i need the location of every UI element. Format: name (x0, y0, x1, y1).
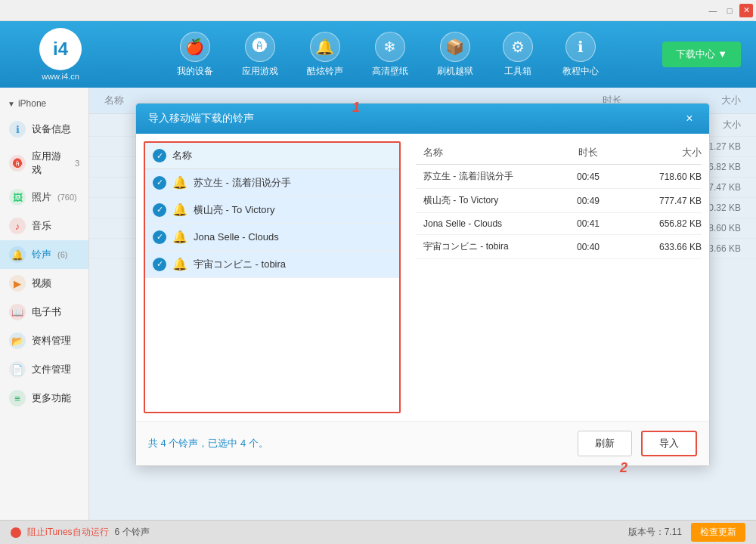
close-button[interactable]: ✕ (739, 4, 753, 17)
nav-label-wallpapers: 高清壁纸 (372, 65, 408, 78)
sidebar-label-ringtones: 铃声 (32, 248, 51, 261)
sidebar-item-video[interactable]: ▶ 视频 (0, 269, 88, 298)
sidebar-icon-file-mgr: 📄 (9, 361, 26, 378)
status-left: 阻止iTunes自动运行 6 个铃声 (11, 526, 150, 539)
sidebar-icon-video: ▶ (9, 275, 26, 292)
import-row-name: 宇宙コンビニ - tobira (194, 258, 286, 271)
sidebar-icon-more: ≡ (9, 390, 26, 406)
right-cell-name: 宇宙コンビニ - tobira (416, 240, 550, 253)
right-row[interactable]: 苏立生 - 流着泪说分手 00:45 718.60 KB (416, 165, 702, 189)
dialog-title: 导入移动端下载的铃声 (148, 112, 254, 125)
right-row[interactable]: 横山亮 - To Victory 00:49 777.47 KB (416, 189, 702, 213)
iphone-label: iPhone (18, 98, 46, 109)
refresh-button[interactable]: 刷新 (578, 431, 632, 456)
nav-item-tools[interactable]: ⚙ 工具箱 (491, 26, 544, 84)
right-row[interactable]: Jona Selle - Clouds 00:41 656.82 KB (416, 213, 702, 235)
right-cell-duration: 00:40 (550, 242, 626, 252)
iphone-header[interactable]: ▼ iPhone (0, 94, 88, 113)
sidebar-item-ebooks[interactable]: 📖 电子书 (0, 298, 88, 326)
nav-item-apps-games[interactable]: 🅐 应用游戏 (231, 26, 289, 84)
r-col-header-name: 名称 (416, 146, 550, 159)
sidebar-label-photos: 照片 (32, 190, 51, 204)
logo-subtitle: www.i4.cn (42, 72, 79, 81)
right-rows: 苏立生 - 流着泪说分手 00:45 718.60 KB 横山亮 - To Vi… (416, 165, 702, 259)
sidebar-item-device-info[interactable]: ℹ 设备信息 (0, 115, 88, 144)
version-text: 版本号：7.11 (628, 526, 682, 539)
nav-item-ringtones[interactable]: 🔔 酷炫铃声 (296, 26, 354, 84)
main-area: ▼ iPhone ℹ 设备信息 🅐 应用游戏 3 🖼 照片 (760) ♪ 音乐… (0, 88, 756, 520)
import-rows: ✓ 🔔 苏立生 - 流着泪说分手 ✓ 🔔 横山亮 - To Victory ✓ … (145, 169, 399, 278)
import-row[interactable]: ✓ 🔔 宇宙コンビニ - tobira (145, 251, 399, 278)
dialog-footer: 共 4 个铃声，已选中 4 个。 刷新 导入 (136, 421, 709, 465)
row-check-icon[interactable]: ✓ (153, 258, 166, 271)
right-cell-duration: 00:45 (550, 172, 626, 182)
dialog-body: ✓ 名称 ✓ 🔔 苏立生 - 流着泪说分手 ✓ 🔔 横山亮 - To Victo… (136, 134, 709, 421)
sidebar-item-more[interactable]: ≡ 更多功能 (0, 384, 88, 413)
sidebar-icon-ringtones: 🔔 (9, 246, 26, 263)
right-cell-name: 横山亮 - To Victory (416, 194, 550, 207)
sidebar-item-file-mgr[interactable]: 📄 文件管理 (0, 355, 88, 384)
nav-item-tutorials[interactable]: ℹ 教程中心 (552, 26, 609, 84)
right-panel: 名称 时长 大小 苏立生 - 流着泪说分手 00:45 718.60 KB 横山… (408, 134, 709, 421)
sidebar-item-apps[interactable]: 🅐 应用游戏 3 (0, 144, 88, 183)
nav-icon-apps-games: 🅐 (245, 32, 275, 62)
bell-icon: 🔔 (172, 202, 187, 217)
import-list: ✓ 名称 ✓ 🔔 苏立生 - 流着泪说分手 ✓ 🔔 横山亮 - To Victo… (144, 141, 401, 413)
download-center-button[interactable]: 下载中心 ▼ (662, 42, 741, 67)
annotation-1: 1 (352, 100, 360, 116)
nav-icon-jailbreak: 📦 (440, 32, 470, 62)
row-check-icon[interactable]: ✓ (153, 176, 166, 190)
row-check-icon[interactable]: ✓ (153, 203, 166, 217)
sidebar-label-device-info: 设备信息 (32, 122, 71, 136)
content-area: 名称 时长 大小 大小 641.27 KB 656.82 KB 777.47 K… (89, 88, 756, 520)
nav-item-jailbreak[interactable]: 📦 刷机越狱 (426, 26, 484, 84)
statusbar: 阻止iTunes自动运行 6 个铃声 版本号：7.11 检查更新 (0, 520, 756, 544)
sidebar-item-data-mgr[interactable]: 📂 资料管理 (0, 326, 88, 355)
import-dialog: 导入移动端下载的铃声 × ✓ 名称 ✓ 🔔 苏立生 - 流着泪说分手 ✓ 🔔 横… (135, 103, 710, 466)
status-dot-icon (11, 527, 21, 538)
check-update-button[interactable]: 检查更新 (691, 523, 745, 542)
sidebar-item-photos[interactable]: 🖼 照片 (760) (0, 183, 88, 212)
nav-item-my-device[interactable]: 🍎 我的设备 (166, 26, 224, 84)
expand-arrow-icon: ▼ (8, 100, 15, 108)
sidebar: ▼ iPhone ℹ 设备信息 🅐 应用游戏 3 🖼 照片 (760) ♪ 音乐… (0, 88, 89, 520)
nav-label-tutorials: 教程中心 (562, 65, 599, 78)
ringtone-count-text: 6 个铃声 (115, 526, 150, 539)
import-row[interactable]: ✓ 🔔 横山亮 - To Victory (145, 196, 399, 224)
sidebar-label-video: 视频 (32, 277, 51, 290)
sidebar-label-ebooks: 电子书 (32, 305, 61, 319)
row-check-icon[interactable]: ✓ (153, 230, 166, 244)
right-cell-duration: 00:49 (550, 196, 626, 206)
nav-label-tools: 工具箱 (504, 65, 531, 78)
topbar: i4 www.i4.cn 🍎 我的设备 🅐 应用游戏 🔔 酷炫铃声 ❄ 高清壁纸… (0, 21, 756, 88)
right-cell-size: 718.60 KB (626, 172, 702, 182)
nav-label-jailbreak: 刷机越狱 (437, 65, 473, 78)
sidebar-item-ringtones[interactable]: 🔔 铃声 (6) (0, 240, 88, 269)
import-row-name: 横山亮 - To Victory (194, 203, 274, 217)
sidebar-label-more: 更多功能 (32, 391, 71, 405)
dialog-close-button[interactable]: × (682, 111, 697, 126)
logo-area: i4 www.i4.cn (8, 28, 113, 81)
r-col-header-size: 大小 (626, 146, 702, 159)
right-row[interactable]: 宇宙コンビニ - tobira 00:40 633.66 KB (416, 235, 702, 259)
bell-icon: 🔔 (172, 175, 187, 190)
import-row[interactable]: ✓ 🔔 Jona Selle - Clouds (145, 224, 399, 251)
sidebar-icon-music: ♪ (9, 218, 26, 234)
import-row[interactable]: ✓ 🔔 苏立生 - 流着泪说分手 (145, 169, 399, 196)
nav-icon-my-device: 🍎 (180, 32, 210, 62)
sidebar-item-music[interactable]: ♪ 音乐 (0, 212, 88, 240)
nav-item-wallpapers[interactable]: ❄ 高清壁纸 (361, 26, 419, 84)
sidebar-icon-device-info: ℹ (9, 121, 26, 138)
right-cell-name: Jona Selle - Clouds (416, 218, 550, 229)
import-confirm-button[interactable]: 导入 (641, 431, 697, 456)
import-list-header-label: 名称 (172, 149, 192, 162)
maximize-button[interactable]: □ (723, 4, 736, 17)
footer-info-text: 共 4 个铃声，已选中 4 个。 (148, 437, 268, 449)
sidebar-label-file-mgr: 文件管理 (32, 363, 71, 376)
sidebar-icon-photos: 🖼 (9, 189, 26, 206)
minimize-button[interactable]: — (706, 4, 720, 17)
nav-icon-tools: ⚙ (503, 32, 533, 62)
right-cell-size: 656.82 KB (626, 218, 702, 229)
right-table-header: 名称 时长 大小 (416, 141, 702, 165)
select-all-check[interactable]: ✓ (153, 149, 166, 162)
